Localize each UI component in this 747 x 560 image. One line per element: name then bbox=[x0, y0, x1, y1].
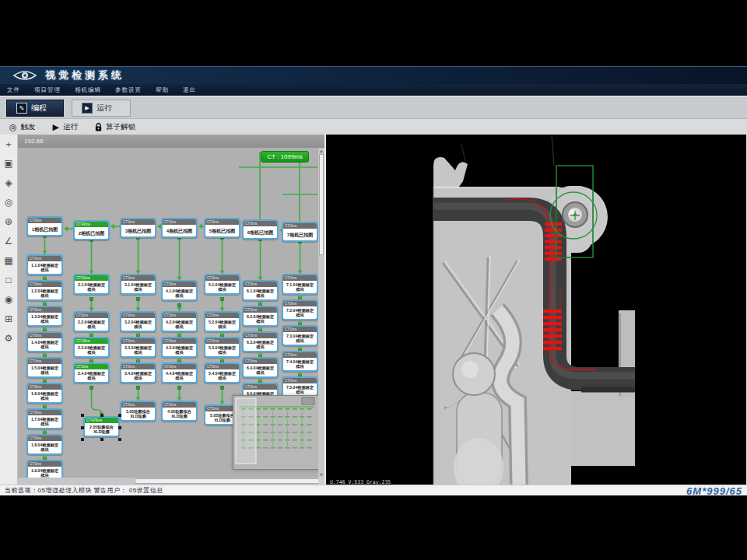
flow-node[interactable]: CT:0ms7.5.04检测标定模块 bbox=[282, 376, 318, 397]
flow-node[interactable]: CT:0ms7.4.04检测标定模块 bbox=[282, 351, 318, 372]
flow-node[interactable]: CT:0ms5相机已拍图 bbox=[204, 218, 240, 238]
settings-gear-icon[interactable]: ⚙ bbox=[2, 332, 15, 345]
region-box-icon[interactable]: □ bbox=[2, 274, 15, 286]
flow-node[interactable]: CT:0ms1.3.04检测标定模块 bbox=[26, 306, 63, 327]
status-bar: 当前选项：05增强处理入模块 警告用户： 05设置信息 6M*999/65 bbox=[0, 485, 747, 495]
flow-node[interactable]: CT:0ms6.1.04检测标定模块 bbox=[242, 280, 279, 301]
flow-node[interactable]: CT:0ms1相机已拍图 bbox=[26, 216, 63, 236]
flow-node[interactable]: CT:0ms1.1.04检测标定模块 bbox=[26, 254, 63, 275]
flow-node[interactable]: CT:0ms7.3.04检测标定模块 bbox=[282, 325, 318, 346]
flow-node[interactable]: CT:0ms4.2.04检测标定模块 bbox=[161, 311, 198, 332]
flow-node[interactable]: CT:0ms7.2.04检测标定模块 bbox=[282, 299, 318, 320]
vertical-scroll-thumb[interactable] bbox=[319, 154, 324, 255]
flow-node[interactable]: CT:0ms3相机已拍图 bbox=[120, 218, 156, 238]
flow-node[interactable]: CT:0ms4.3.04检测标定模块 bbox=[161, 337, 198, 358]
flow-node[interactable]: CT:15ms2.3.04检测标定模块 bbox=[73, 337, 110, 358]
flow-node[interactable]: CT:0ms6.2.04检测标定模块 bbox=[242, 306, 279, 327]
flow-node[interactable]: CT:0ms7相机已拍图 bbox=[282, 222, 318, 242]
measure-angle-icon[interactable]: ∠ bbox=[2, 235, 15, 247]
selection-handle[interactable] bbox=[100, 414, 103, 417]
flow-node[interactable]: CT:0ms4相机已拍图 bbox=[161, 218, 198, 238]
camera-trigger-icon: ◎ bbox=[9, 123, 17, 131]
flow-vertical-scrollbar[interactable]: ▲ ▼ bbox=[317, 148, 324, 478]
network-monitor-icon[interactable]: ⊞ bbox=[2, 313, 15, 325]
tab-run[interactable]: ▶ 运行 bbox=[72, 100, 131, 117]
flow-node[interactable]: CT:0ms1.9.04检测标定模块 bbox=[26, 460, 63, 478]
xray-image: U:746 V:533 Gray:235 bbox=[326, 135, 746, 485]
flow-node[interactable]: CT:0ms6.4.04检测标定模块 bbox=[242, 357, 279, 378]
flow-node[interactable]: CT:3ms2.4.04检测标定模块 bbox=[73, 362, 110, 383]
menu-item-help[interactable]: 帮助 bbox=[149, 86, 176, 94]
flow-node[interactable]: CT:0ms3.2.04检测标定模块 bbox=[120, 311, 156, 332]
flow-node[interactable]: CT:0ms2.2.04检测标定模块 bbox=[73, 311, 110, 332]
selection-handle[interactable] bbox=[118, 438, 121, 441]
minimap-graph bbox=[233, 396, 318, 467]
flow-panel-header: 192.68 bbox=[18, 135, 324, 149]
flow-node[interactable]: CT:0ms1.6.04检测标定模块 bbox=[26, 383, 63, 404]
move-crosshair-icon[interactable]: ＋ bbox=[2, 138, 15, 150]
flow-node[interactable]: CT:0ms3.4.04检测标定模块 bbox=[120, 362, 156, 383]
flow-node[interactable]: CT:0ms1.5.04检测标定模块 bbox=[26, 357, 63, 378]
horizontal-scroll-thumb[interactable] bbox=[135, 478, 321, 484]
transform-diamond-icon[interactable]: ◈ bbox=[2, 177, 15, 189]
trigger-button[interactable]: ◎ 触发 bbox=[9, 122, 36, 132]
menu-item-exit[interactable]: 退出 bbox=[176, 86, 203, 94]
brand-logo: 6M*999/65 bbox=[686, 485, 742, 495]
tab-row: ✎ 编程 ▶ 运行 bbox=[0, 96, 747, 118]
run-button[interactable]: ▶ 运行 bbox=[53, 122, 78, 132]
menu-item-project[interactable]: 项目管理 bbox=[27, 86, 68, 94]
tab-programming[interactable]: ✎ 编程 bbox=[6, 100, 64, 117]
flow-minimap[interactable] bbox=[233, 395, 318, 470]
flow-node[interactable]: CT:0ms5.3.04检测标定模块 bbox=[204, 337, 240, 358]
flow-node[interactable]: CT:0ms3.05轮廓拟合XLD轮廓 bbox=[120, 401, 156, 422]
cycle-time-badge: CT : 1099ms bbox=[261, 151, 309, 163]
selection-handle[interactable] bbox=[118, 414, 121, 417]
gauge-icon[interactable]: ◉ bbox=[2, 293, 15, 306]
flow-node[interactable]: CT:0ms1.4.04检测标定模块 bbox=[26, 331, 63, 352]
image-viewport[interactable]: U:746 V:533 Gray:235 bbox=[326, 135, 746, 485]
scroll-up-icon[interactable]: ▲ bbox=[318, 148, 324, 154]
flow-node[interactable]: CT:0ms5.4.04检测标定模块 bbox=[204, 362, 240, 383]
selection-handle[interactable] bbox=[100, 438, 103, 441]
selection-handle[interactable] bbox=[118, 426, 121, 429]
menu-item-file[interactable]: 文件 bbox=[0, 86, 27, 94]
eye-logo-icon bbox=[12, 69, 37, 82]
menu-item-camera[interactable]: 相机编辑 bbox=[68, 86, 108, 94]
unlock-label: 算子解锁 bbox=[106, 122, 135, 132]
flow-horizontal-scrollbar[interactable] bbox=[18, 477, 318, 485]
flow-node[interactable]: CT:0ms3.3.04检测标定模块 bbox=[120, 337, 156, 358]
selection-handle[interactable] bbox=[81, 438, 84, 441]
selection-handle[interactable] bbox=[81, 426, 84, 429]
target-icon[interactable]: ⊕ bbox=[2, 215, 15, 228]
operator-unlock-button[interactable]: 算子解锁 bbox=[95, 122, 135, 132]
flow-node-selected[interactable]: CT:476ms2.05轮廓拟合XLD轮廓 bbox=[83, 416, 120, 437]
image-icon[interactable]: ▣ bbox=[2, 157, 15, 170]
tab-run-label: 运行 bbox=[96, 103, 112, 114]
flow-node[interactable]: CT:43ms2相机已拍图 bbox=[73, 220, 110, 240]
selection-handle[interactable] bbox=[81, 414, 84, 417]
flow-node[interactable]: CT:0ms4.05轮廓拟合XLD轮廓 bbox=[161, 401, 198, 422]
flow-node[interactable]: CT:0ms5.2.04检测标定模块 bbox=[204, 311, 240, 332]
flow-node[interactable]: CT:0ms6.3.04检测标定模块 bbox=[242, 331, 279, 352]
menu-bar: 文件 项目管理 相机编辑 参数设置 帮助 退出 bbox=[0, 84, 747, 96]
scrollbar-corner bbox=[318, 478, 324, 485]
flow-node[interactable]: CT:0ms6相机已拍图 bbox=[242, 219, 279, 240]
flow-node[interactable]: CT:0ms4.1.04检测标定模块 bbox=[161, 280, 198, 301]
scroll-down-icon[interactable]: ▼ bbox=[318, 471, 324, 478]
flow-node[interactable]: CT:0ms4.4.04检测标定模块 bbox=[161, 362, 198, 383]
flow-node[interactable]: CT:0ms1.2.04检测标定模块 bbox=[26, 280, 63, 301]
flow-node[interactable]: CT:0ms3.1.04检测标定模块 bbox=[120, 274, 156, 295]
lock-icon bbox=[95, 123, 102, 131]
flow-node[interactable]: CT:0ms5.1.04检测标定模块 bbox=[204, 274, 240, 295]
flow-node[interactable]: CT:0ms7.1.04检测标定模块 bbox=[282, 274, 318, 295]
flow-node[interactable]: CT:0ms1.8.04检测标定模块 bbox=[26, 434, 63, 455]
flow-node[interactable]: CT:0ms1.7.04检测标定模块 bbox=[26, 408, 63, 429]
focus-region-icon[interactable]: ◎ bbox=[2, 196, 15, 208]
grid-icon[interactable]: ▦ bbox=[2, 254, 15, 267]
flow-canvas[interactable]: CT:0ms1相机已拍图CT:0ms1.1.04检测标定模块CT:0ms1.2.… bbox=[18, 148, 318, 478]
tab-programming-label: 编程 bbox=[31, 103, 47, 114]
action-toolbar: ◎ 触发 ▶ 运行 算子解锁 bbox=[0, 118, 747, 135]
app-title: 视觉检测系统 bbox=[45, 68, 124, 82]
flow-node[interactable]: CT:42ms2.1.04检测标定模块 bbox=[73, 274, 110, 295]
menu-item-params[interactable]: 参数设置 bbox=[108, 86, 149, 94]
